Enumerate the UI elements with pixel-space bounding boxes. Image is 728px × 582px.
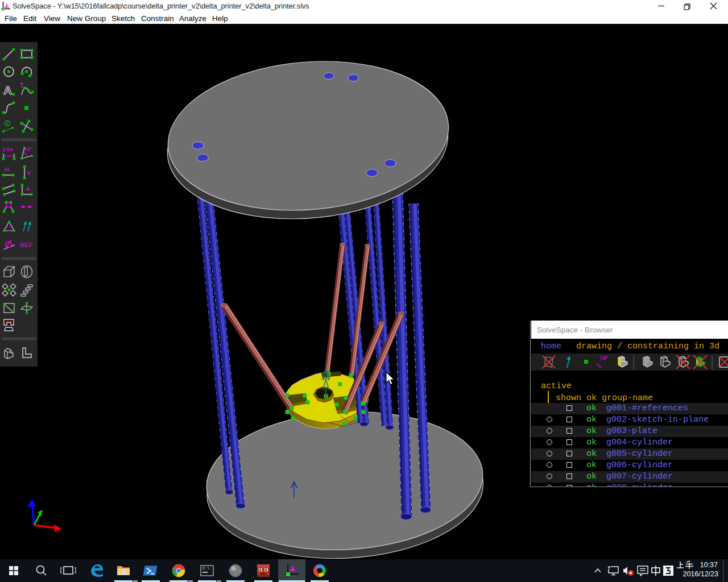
svg-text:T: T [20,82,23,89]
svg-text:H: H [5,166,9,173]
svg-text:A: A [3,84,12,97]
svg-text:REF: REF [20,242,33,248]
svg-text:2.54: 2.54 [2,146,13,152]
svg-text:V: V [27,169,31,176]
svg-text:74°: 74° [599,355,608,361]
svg-text:2016/12/23: 2016/12/23 [682,570,718,578]
svg-text:10:37: 10:37 [700,561,718,569]
svg-text:C:\: C:\ [202,566,210,571]
